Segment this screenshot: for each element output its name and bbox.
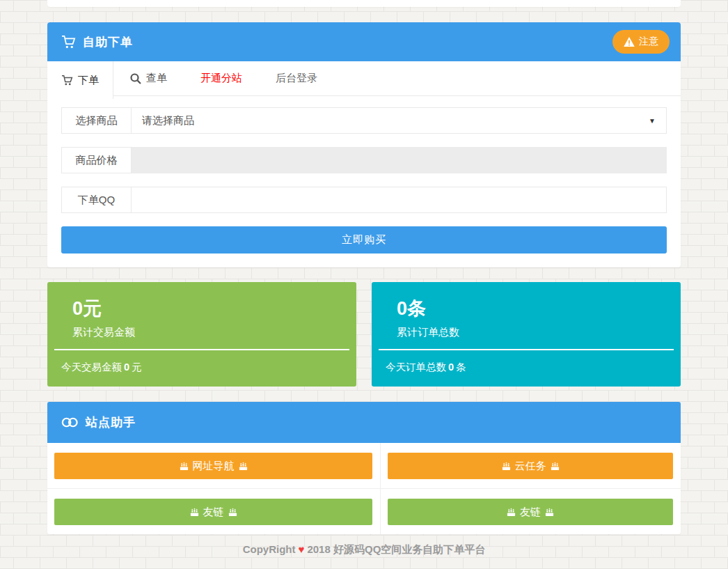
stat-main: 0元 累计交易金额: [47, 282, 356, 349]
previous-card-edge: [47, 0, 681, 7]
cake-icon: [545, 508, 554, 517]
price-row: 商品价格: [61, 147, 667, 173]
order-card: 自助下单 注意 下单: [47, 22, 681, 267]
stat-label: 累计订单总数: [397, 326, 656, 339]
tab-open-branch-site[interactable]: 开通分站: [184, 61, 259, 95]
tab-admin-login[interactable]: 后台登录: [259, 61, 334, 95]
helper-cell: 友链: [381, 489, 681, 534]
product-select[interactable]: 请选择商品 ▼: [132, 107, 667, 134]
stat-today-value: 0: [124, 361, 129, 373]
copyright-suffix: 2018 好源码QQ空间业务自助下单平台: [307, 543, 485, 555]
stat-today-unit: 条: [456, 361, 466, 373]
product-select-value: 请选择商品: [142, 114, 194, 127]
copyright-prefix: CopyRight: [243, 543, 296, 555]
notice-button[interactable]: 注意: [612, 30, 670, 54]
cake-icon: [228, 508, 237, 517]
cart-icon: [61, 75, 73, 86]
stats-row: 0元 累计交易金额 今天交易金额0元 0条 累计订单总数 今天订单总数0条: [47, 282, 681, 387]
site-helper-header: 站点助手: [47, 402, 681, 443]
heart-icon: ♥: [299, 543, 305, 555]
qq-input[interactable]: [142, 194, 656, 206]
tab-label: 后台登录: [276, 72, 317, 85]
stat-footer: 今天交易金额0元: [47, 350, 356, 387]
helper-button-label: 云任务: [515, 460, 546, 473]
tab-label: 查单: [146, 72, 167, 85]
stat-today-unit: 元: [132, 361, 142, 373]
cake-icon: [190, 508, 199, 517]
order-card-header: 自助下单 注意: [47, 22, 681, 61]
cake-icon: [507, 508, 516, 517]
chevron-down-icon: ▼: [649, 117, 656, 125]
helper-cell: 云任务: [381, 443, 681, 489]
price-label: 商品价格: [61, 147, 132, 173]
site-nav-button[interactable]: 网址导航: [54, 453, 372, 479]
friend-link-button[interactable]: 友链: [388, 499, 673, 525]
tab-label: 开通分站: [200, 72, 242, 85]
page-content: 自助下单 注意 下单: [47, 0, 681, 556]
copyright-footer: CopyRight♥2018 好源码QQ空间业务自助下单平台: [47, 543, 681, 556]
helper-button-label: 网址导航: [193, 460, 235, 473]
cake-icon: [180, 462, 189, 471]
tab-check-order[interactable]: 查单: [113, 61, 184, 95]
buy-now-button[interactable]: 立即购买: [61, 226, 667, 254]
site-helper-panel: 站点助手 网址导航 云任务 友链: [47, 402, 681, 534]
warning-icon: [624, 37, 635, 47]
stat-today-label: 今天交易金额: [61, 361, 122, 373]
stat-value: 0条: [397, 296, 656, 321]
qq-field: [132, 187, 667, 213]
helper-button-label: 友链: [203, 506, 224, 519]
link-icon: [61, 416, 79, 428]
cake-icon: [551, 462, 560, 471]
product-select-label: 选择商品: [61, 107, 132, 134]
notice-button-label: 注意: [639, 36, 658, 48]
helper-cell: 网址导航: [47, 443, 381, 489]
order-form: 选择商品 请选择商品 ▼ 商品价格 下单QQ 立即购买: [47, 96, 681, 267]
stat-main: 0条 累计订单总数: [372, 282, 681, 349]
cake-icon: [239, 462, 248, 471]
stat-today-value: 0: [448, 361, 454, 373]
stat-value: 0元: [72, 296, 331, 321]
price-field: [132, 147, 667, 173]
product-select-row: 选择商品 请选择商品 ▼: [61, 107, 667, 134]
cake-icon: [502, 462, 511, 471]
helper-cell: 友链: [47, 489, 381, 534]
search-icon: [130, 73, 141, 84]
total-transaction-card: 0元 累计交易金额 今天交易金额0元: [47, 282, 356, 387]
stat-label: 累计交易金额: [72, 326, 331, 339]
tab-place-order[interactable]: 下单: [47, 61, 113, 99]
helper-button-label: 友链: [520, 506, 541, 519]
tab-bar: 下单 查单 开通分站 后台登录: [47, 61, 681, 96]
cloud-task-button[interactable]: 云任务: [388, 453, 673, 479]
cart-icon: [61, 36, 76, 49]
tab-label: 下单: [78, 74, 99, 87]
qq-row: 下单QQ: [61, 187, 667, 213]
friend-link-button[interactable]: 友链: [54, 499, 372, 525]
price-input: [142, 155, 656, 166]
total-orders-card: 0条 累计订单总数 今天订单总数0条: [372, 282, 681, 387]
stat-today-label: 今天订单总数: [386, 361, 446, 373]
site-helper-body: 网址导航 云任务 友链: [47, 443, 681, 534]
stat-footer: 今天订单总数0条: [372, 350, 681, 387]
site-helper-title: 站点助手: [86, 414, 136, 430]
page-title: 自助下单: [83, 34, 133, 50]
qq-label: 下单QQ: [61, 187, 132, 213]
